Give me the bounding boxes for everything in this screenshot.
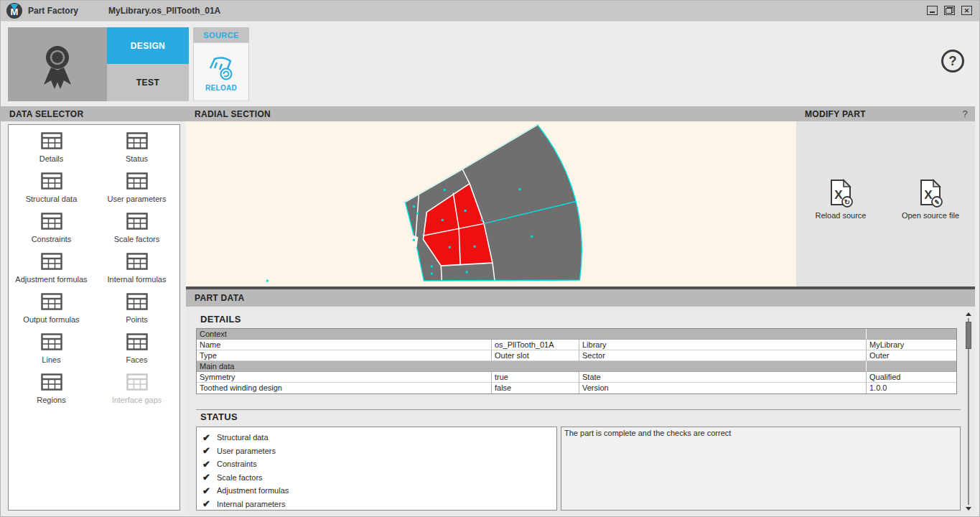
table-icon [126,213,148,233]
checkmark-icon: ✔ [202,459,217,470]
status-message-box: The part is complete and the checks are … [561,427,961,511]
checkmark-icon: ✔ [202,432,217,443]
reload-source-file-icon: X ↻ [828,179,854,208]
status-check-label: Internal parameters [217,500,285,508]
details-cell: State [579,372,867,383]
open-source-file-icon: X ✎ [918,179,943,208]
details-cell: Outer [867,350,956,361]
details-cell: Sector [579,350,867,361]
status-check-label: Structural data [217,433,269,442]
status-check-item: ✔ Structural data [202,431,556,444]
part-data-header: PART DATA [186,289,975,307]
details-section-cell-empty [867,329,956,340]
data-selector-item-regions[interactable]: Regions [9,373,94,414]
status-check-label: User parameters [217,447,276,455]
data-selector-item-structural-data[interactable]: Structural data [9,172,94,213]
data-selector-item-label: Adjustment formulas [15,275,87,284]
data-selector-item-output-formulas[interactable]: Output formulas [9,293,94,333]
reload-sector-icon [206,52,236,81]
restore-icon [946,7,953,14]
svg-text:↻: ↻ [844,198,850,206]
data-selector-item-user-parameters[interactable]: User parameters [94,172,179,213]
details-cell: Outer slot [492,350,579,361]
status-check-label: Adjustment formulas [217,486,289,495]
details-data-row: Nameos_PllTooth_01ALibraryMyLibrary [197,340,956,350]
details-section-row: Context [197,329,956,340]
data-selector-item-label: User parameters [108,195,167,203]
data-selector-item-label: Output formulas [23,315,79,324]
details-section-cell-empty [867,361,956,372]
checkmark-icon: ✔ [202,445,217,456]
data-selector-header: DATA SELECTOR [1,106,186,121]
status-check-label: Scale factors [217,473,263,482]
details-data-row: Toothed winding designfalseVersion1.0.0 [197,383,956,393]
data-selector-item-label: Internal formulas [108,275,167,284]
close-button[interactable]: ✕ [961,6,972,15]
reload-button[interactable]: RELOAD [193,42,249,101]
details-cell: Version [579,383,867,393]
table-icon [41,293,62,313]
data-selector-grid: Details Status Structural data [9,125,179,414]
source-group-header: SOURCE [193,27,249,42]
status-check-item: ✔ Adjustment formulas [202,484,556,498]
status-check-item: ✔ Constraints [202,457,556,471]
minimize-button[interactable] [927,6,938,15]
section-separator [196,409,961,410]
data-selector-item-adjustment-formulas[interactable]: Adjustment formulas [9,253,94,293]
data-selector-item-label: Scale factors [114,235,160,243]
table-icon [126,293,148,313]
part-data-scrollbar[interactable] [964,312,972,511]
status-check-item: ✔ User parameters [202,444,556,458]
reload-source-button[interactable]: X ↻ Reload source [798,179,884,220]
status-check-label: Constraints [217,460,257,468]
data-selector-item-label: Constraints [32,235,72,243]
radial-section-canvas[interactable] [186,121,796,287]
tab-design[interactable]: DESIGN [107,27,189,64]
status-message: The part is complete and the checks are … [564,429,731,437]
data-selector-item-lines[interactable]: Lines [9,333,94,373]
data-selector-item-faces[interactable]: Faces [94,333,179,373]
data-selector-item-constraints[interactable]: Constraints [9,213,94,253]
title-bar: M Part Factory MyLibrary.os_PllTooth_01A… [1,1,980,22]
table-icon [126,132,148,152]
award-ribbon-icon [35,39,80,90]
window-controls: ✕ [927,6,972,15]
restore-button[interactable] [944,6,955,15]
data-selector-item-label: Interface gaps [112,396,162,404]
details-cell: false [492,383,579,393]
data-selector-item-label: Lines [42,355,60,364]
details-cell: true [492,372,579,383]
scroll-down-icon[interactable] [966,507,971,511]
details-cell: Qualified [867,372,956,383]
help-button[interactable]: ? [941,50,964,73]
reload-label: RELOAD [205,84,237,92]
open-source-file-label: Open source file [902,211,959,220]
details-section-row: Main data [197,361,956,372]
details-section-label: Context [197,329,867,340]
svg-text:X: X [834,188,843,202]
data-selector-item-label: Regions [37,396,65,404]
open-source-file-button[interactable]: X ✎ Open source file [887,179,974,220]
details-table: ContextNameos_PllTooth_01ALibraryMyLibra… [196,328,957,394]
details-cell: Library [579,340,867,350]
tab-test[interactable]: TEST [107,64,189,101]
data-selector-item-points[interactable]: Points [94,293,179,333]
data-selector-item-details[interactable]: Details [9,132,94,172]
modify-part-panel: X ↻ Reload source X ✎ Open source file [796,121,975,287]
table-icon [126,373,148,393]
details-cell: 1.0.0 [867,383,956,393]
data-selector-item-scale-factors[interactable]: Scale factors [94,213,179,253]
table-icon [41,373,62,393]
status-checklist: ✔ Structural data ✔ User parameters ✔ Co… [196,427,557,511]
minimize-icon [930,11,935,13]
document-title: MyLibrary.os_PllTooth_01A [108,6,220,16]
modify-part-help-icon[interactable]: ? [962,108,968,119]
scrollbar-thumb[interactable] [966,322,971,349]
details-cell: Toothed winding design [197,383,492,393]
data-selector-item-status[interactable]: Status [94,132,179,172]
details-cell: MyLibrary [867,340,956,350]
radial-section-header: RADIAL SECTION [186,106,796,121]
data-selector-item-internal-formulas[interactable]: Internal formulas [94,253,179,293]
app-logo-icon: M [6,3,22,19]
scroll-up-icon[interactable] [966,312,971,316]
